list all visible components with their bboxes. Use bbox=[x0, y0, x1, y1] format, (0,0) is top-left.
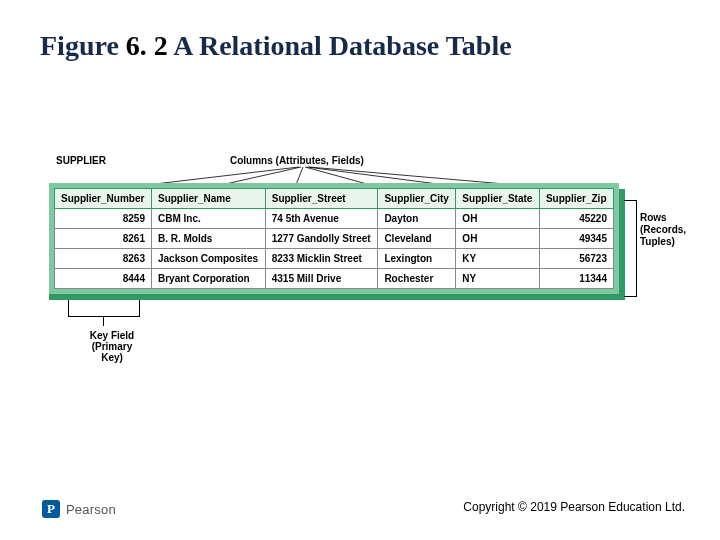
svg-line-0 bbox=[104, 167, 299, 190]
figure-title: Figure 6. 2 A Relational Database Table bbox=[40, 30, 680, 62]
cell: Jackson Composites bbox=[151, 249, 265, 269]
col-supplier-state: Supplier_State bbox=[456, 189, 540, 209]
table-row: 8261 B. R. Molds 1277 Gandolly Street Cl… bbox=[55, 229, 614, 249]
key-label-line: (Primary Key) bbox=[82, 341, 142, 363]
cell: OH bbox=[456, 209, 540, 229]
cell: 11344 bbox=[539, 269, 613, 289]
cell: CBM Inc. bbox=[151, 209, 265, 229]
cell: Cleveland bbox=[378, 229, 456, 249]
table-row: 8259 CBM Inc. 74 5th Avenue Dayton OH 45… bbox=[55, 209, 614, 229]
cell: Bryant Corporation bbox=[151, 269, 265, 289]
title-number: 6. 2 bbox=[126, 30, 168, 61]
cell: 74 5th Avenue bbox=[265, 209, 378, 229]
cell: 8444 bbox=[55, 269, 152, 289]
publisher-logo: P Pearson bbox=[42, 500, 116, 518]
title-prefix: Figure bbox=[40, 30, 126, 61]
cell: Dayton bbox=[378, 209, 456, 229]
cell: 8261 bbox=[55, 229, 152, 249]
brand-name: Pearson bbox=[66, 502, 116, 517]
cell: 8263 bbox=[55, 249, 152, 269]
key-bracket bbox=[68, 300, 140, 317]
svg-line-1 bbox=[199, 167, 301, 190]
pearson-icon: P bbox=[42, 500, 60, 518]
table-row: 8263 Jackson Composites 8233 Micklin Str… bbox=[55, 249, 614, 269]
cell: 56723 bbox=[539, 249, 613, 269]
col-supplier-city: Supplier_City bbox=[378, 189, 456, 209]
table-head: Supplier_Number Supplier_Name Supplier_S… bbox=[55, 189, 614, 209]
cell: 4315 Mill Drive bbox=[265, 269, 378, 289]
key-label-line: Key Field bbox=[82, 330, 142, 341]
rows-label-line: Tuples) bbox=[640, 236, 686, 248]
svg-line-5 bbox=[309, 167, 574, 190]
cell: OH bbox=[456, 229, 540, 249]
svg-line-4 bbox=[307, 167, 484, 190]
cell: KY bbox=[456, 249, 540, 269]
cell: 1277 Gandolly Street bbox=[265, 229, 378, 249]
rows-label-line: Rows bbox=[640, 212, 686, 224]
logo-letter: P bbox=[47, 501, 55, 517]
table-row: 8444 Bryant Corporation 4315 Mill Drive … bbox=[55, 269, 614, 289]
svg-line-2 bbox=[294, 167, 303, 190]
col-supplier-number: Supplier_Number bbox=[55, 189, 152, 209]
col-supplier-street: Supplier_Street bbox=[265, 189, 378, 209]
col-supplier-zip: Supplier_Zip bbox=[539, 189, 613, 209]
cell: B. R. Molds bbox=[151, 229, 265, 249]
key-bracket-tail bbox=[103, 316, 104, 326]
rows-bracket bbox=[624, 200, 637, 297]
title-text: A Relational Database Table bbox=[168, 30, 512, 61]
supplier-table: Supplier_Number Supplier_Name Supplier_S… bbox=[54, 188, 614, 289]
cell: 8233 Micklin Street bbox=[265, 249, 378, 269]
cell: 45220 bbox=[539, 209, 613, 229]
rows-label-line: (Records, bbox=[640, 224, 686, 236]
table-body: 8259 CBM Inc. 74 5th Avenue Dayton OH 45… bbox=[55, 209, 614, 289]
cell: Lexington bbox=[378, 249, 456, 269]
copyright-text: Copyright © 2019 Pearson Education Ltd. bbox=[463, 500, 685, 514]
col-supplier-name: Supplier_Name bbox=[151, 189, 265, 209]
column-pointer-lines bbox=[54, 165, 614, 190]
cell: Rochester bbox=[378, 269, 456, 289]
cell: NY bbox=[456, 269, 540, 289]
cell: 8259 bbox=[55, 209, 152, 229]
rows-label: Rows (Records, Tuples) bbox=[640, 212, 686, 248]
cell: 49345 bbox=[539, 229, 613, 249]
key-label: Key Field (Primary Key) bbox=[82, 330, 142, 363]
table-header-row: Supplier_Number Supplier_Name Supplier_S… bbox=[55, 189, 614, 209]
